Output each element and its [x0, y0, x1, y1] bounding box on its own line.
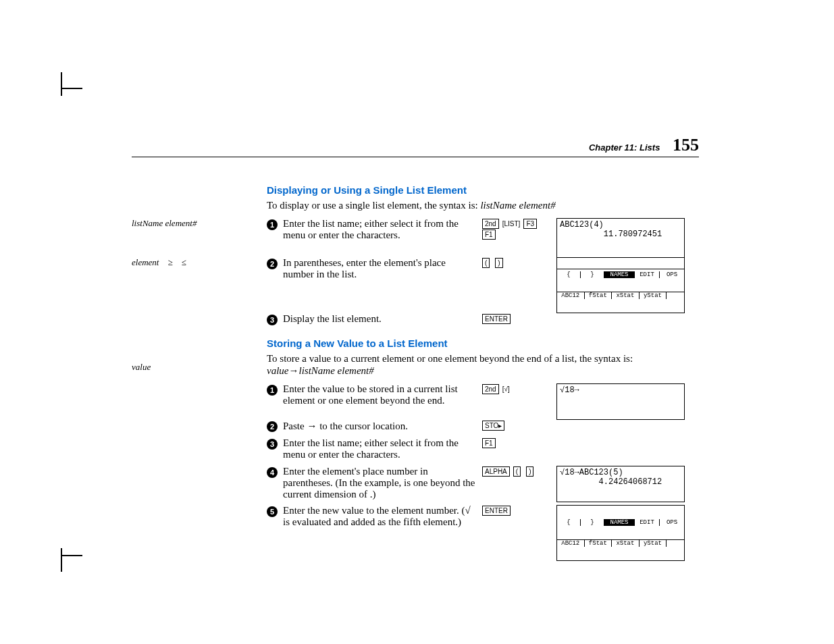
s2-step1-text: Enter the value to be stored in a curren… — [283, 383, 482, 406]
section2-intro: To store a value to a current element or… — [267, 353, 699, 377]
section2-title: Storing a New Value to a List Element — [267, 338, 699, 349]
crop-mark-bottom-left — [61, 548, 82, 556]
section2-step5-row: 5 Enter the new value to the element num… — [132, 505, 699, 561]
calc-screen-2b: √18→ABC123(5) 4.24264068712 — [556, 466, 685, 502]
key-sqrt: [√] — [500, 385, 512, 394]
key-f1: F1 — [482, 230, 496, 240]
sidebar-syntax1: listName element# — [132, 218, 267, 229]
page-content: Displaying or Using a Single List Elemen… — [132, 172, 699, 566]
s2-step-bullet-1: 1 — [267, 385, 278, 396]
section2-step3-row: 3 Enter the list name; either select it … — [132, 437, 699, 460]
s2-step4-keys: ALPHA ( ) — [482, 466, 556, 477]
section1-intro: To display or use a single list element,… — [267, 200, 699, 211]
s2-step5-text: Enter the new value to the element numbe… — [283, 505, 482, 528]
s2-step1-keys: 2nd[√] — [482, 383, 556, 394]
s2-step-bullet-2: 2 — [267, 421, 278, 432]
key-lparen: ( — [513, 466, 521, 477]
calc-menu-box-2: { } NAMES EDIT OPS ABC12 fStat xStat ySt… — [556, 505, 685, 561]
calc-menu-1: { } NAMES EDIT OPS ABC12 fStat xStat ySt… — [556, 257, 685, 313]
crop-mark-top-left — [61, 88, 82, 96]
key-list: [LIST] — [500, 219, 523, 228]
step-bullet-2: 2 — [267, 259, 278, 269]
s2-step3-text: Enter the list name; either select it fr… — [283, 437, 482, 460]
section1-step2-row: element ≥ ≤ 2 In parentheses, enter the … — [132, 257, 699, 313]
step1-text: Enter the list name; either select it fr… — [283, 218, 482, 241]
section2-step4-row: 4 Enter the element's place number in pa… — [132, 466, 699, 505]
chapter-header: Chapter 11: Lists 155 — [589, 135, 699, 155]
calc-screenshot-2a: √18→ — [556, 383, 685, 423]
step2-text: In parentheses, enter the element's plac… — [283, 257, 482, 280]
key-alpha: ALPHA — [482, 466, 510, 477]
key-enter: ENTER — [482, 314, 511, 324]
section1-step3-row: 3 Display the list element. ENTER — [132, 313, 699, 325]
key-lparen: ( — [482, 258, 490, 268]
s2-step-bullet-3: 3 — [267, 439, 278, 450]
key-2nd: 2nd — [482, 219, 499, 229]
s2-step2-text: Paste → to the cursor location. — [283, 420, 482, 432]
intro-prefix: To display or use a single list element,… — [267, 200, 480, 211]
intro-syntax: listName element# — [480, 200, 555, 211]
step1-keys: 2nd[LIST]F3 F1 — [482, 218, 556, 240]
step-bullet-1: 1 — [267, 219, 278, 230]
calc-menu-box: { } NAMES EDIT OPS ABC12 fStat xStat ySt… — [556, 257, 685, 313]
section2-step1-row: value 1 Enter the value to be stored in … — [132, 383, 699, 423]
sidebar-value: value — [132, 362, 267, 373]
s2-step-bullet-5: 5 — [267, 506, 278, 517]
key-2nd: 2nd — [482, 384, 499, 394]
chapter-label: Chapter 11: Lists — [589, 142, 660, 153]
key-rparen: ) — [526, 466, 533, 477]
calc-screenshot-2b: √18→ABC123(5) 4.24264068712 — [556, 466, 685, 505]
step3-keys: ENTER — [482, 313, 556, 324]
sidebar-syntax2: element ≥ ≤ — [132, 257, 267, 268]
s2-step-bullet-4: 4 — [267, 467, 278, 478]
page-number: 155 — [673, 135, 699, 155]
s2-step3-keys: F1 — [482, 437, 556, 448]
step-bullet-3: 3 — [267, 315, 278, 325]
key-sto: STO▸ — [482, 421, 504, 431]
key-enter: ENTER — [482, 506, 511, 516]
s2-step2-keys: STO▸ — [482, 420, 556, 431]
key-f3: F3 — [523, 219, 537, 229]
step2-keys: ( ) — [482, 257, 556, 268]
step3-text: Display the list element. — [283, 313, 482, 325]
key-f1: F1 — [482, 438, 496, 448]
calc-menu-2: { } NAMES EDIT OPS ABC12 fStat xStat ySt… — [556, 505, 685, 561]
s2-step4-text: Enter the element's place number in pare… — [283, 466, 482, 500]
calc-screen-2a: √18→ — [556, 383, 685, 420]
section1-title: Displaying or Using a Single List Elemen… — [267, 184, 699, 196]
key-rparen: ) — [495, 258, 502, 268]
header-rule — [132, 157, 699, 157]
s2-step5-keys: ENTER — [482, 505, 556, 516]
